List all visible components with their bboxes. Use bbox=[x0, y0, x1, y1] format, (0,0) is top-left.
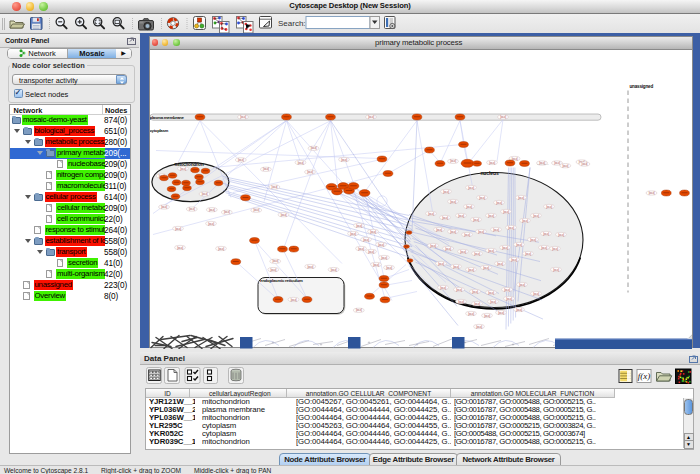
svg-text:[xx-x]: [xx-x] bbox=[175, 226, 181, 230]
svg-text:[xx-x]: [xx-x] bbox=[498, 310, 504, 314]
svg-text:[xx-x]: [xx-x] bbox=[442, 215, 448, 219]
svg-text:[xx-x]: [xx-x] bbox=[511, 257, 517, 261]
svg-text:[xx-x]: [xx-x] bbox=[368, 249, 374, 253]
svg-text:[xx-x]: [xx-x] bbox=[516, 307, 522, 311]
svg-text:[xx-x]: [xx-x] bbox=[474, 251, 480, 255]
svg-text:[xx-x]: [xx-x] bbox=[582, 162, 588, 166]
svg-text:[xx-x]: [xx-x] bbox=[263, 167, 269, 171]
svg-text:[xx-x]: [xx-x] bbox=[558, 232, 564, 236]
svg-text:[xx-x]: [xx-x] bbox=[458, 213, 464, 217]
svg-text:[xx-x]: [xx-x] bbox=[350, 231, 356, 235]
svg-text:[xx-x]: [xx-x] bbox=[490, 299, 496, 303]
svg-text:[xx-x]: [xx-x] bbox=[370, 229, 376, 233]
svg-text:[xx-x]: [xx-x] bbox=[161, 205, 167, 209]
svg-text:[xx-x]: [xx-x] bbox=[506, 296, 512, 300]
svg-text:[xx-x]: [xx-x] bbox=[368, 115, 374, 119]
svg-text:[xx-x]: [xx-x] bbox=[177, 245, 183, 249]
svg-text:[xx-x]: [xx-x] bbox=[519, 282, 525, 286]
svg-text:[xx-x]: [xx-x] bbox=[341, 157, 347, 161]
svg-text:[xx-x]: [xx-x] bbox=[468, 267, 474, 271]
svg-text:[xx-x]: [xx-x] bbox=[472, 289, 478, 293]
svg-text:[xx-x]: [xx-x] bbox=[476, 324, 482, 328]
svg-text:[xx-x]: [xx-x] bbox=[450, 229, 456, 233]
svg-text:[xx-x]: [xx-x] bbox=[363, 237, 369, 241]
svg-text:[xx-x]: [xx-x] bbox=[530, 237, 536, 241]
svg-text:[xx-x]: [xx-x] bbox=[554, 161, 560, 165]
svg-text:[xx-x]: [xx-x] bbox=[504, 287, 510, 291]
svg-text:[xx-x]: [xx-x] bbox=[518, 195, 524, 199]
svg-text:--- -- ---- --: --- -- ---- -- bbox=[537, 162, 549, 165]
svg-text:[xx-x]: [xx-x] bbox=[497, 261, 503, 265]
svg-text:endoplasmic reticulum: endoplasmic reticulum bbox=[260, 277, 303, 282]
svg-text:[xx-x]: [xx-x] bbox=[458, 299, 464, 303]
svg-text:[xx-x]: [xx-x] bbox=[307, 170, 313, 174]
svg-text:[xx-x]: [xx-x] bbox=[373, 262, 379, 266]
svg-text:[xx-x]: [xx-x] bbox=[468, 185, 474, 189]
svg-text:[xx-x]: [xx-x] bbox=[189, 207, 195, 211]
svg-text:[xx-x]: [xx-x] bbox=[563, 163, 569, 167]
svg-text:[xx-x]: [xx-x] bbox=[272, 185, 278, 189]
svg-text:[xx-x]: [xx-x] bbox=[541, 245, 547, 249]
svg-text:[xx-x]: [xx-x] bbox=[311, 146, 317, 150]
svg-text:[xx-x]: [xx-x] bbox=[356, 308, 362, 312]
svg-text:[xx-x]: [xx-x] bbox=[502, 245, 508, 249]
svg-text:[xx-x]: [xx-x] bbox=[291, 297, 297, 301]
svg-text:[xx-x]: [xx-x] bbox=[272, 259, 278, 263]
svg-text:[xx-x]: [xx-x] bbox=[453, 264, 459, 268]
svg-text:[xx-x]: [xx-x] bbox=[443, 189, 449, 193]
svg-text:unassigned: unassigned bbox=[630, 83, 654, 88]
svg-text:[xx-x]: [xx-x] bbox=[456, 287, 462, 291]
svg-text:[xx-x]: [xx-x] bbox=[436, 227, 442, 231]
svg-text:[xx-x]: [xx-x] bbox=[208, 221, 214, 225]
svg-text:[xx-x]: [xx-x] bbox=[356, 223, 362, 227]
svg-text:[xx-x]: [xx-x] bbox=[281, 212, 287, 216]
svg-text:[xx-x]: [xx-x] bbox=[438, 261, 444, 265]
svg-text:[xx-x]: [xx-x] bbox=[209, 207, 215, 211]
svg-text:nucleus: nucleus bbox=[480, 170, 499, 176]
svg-text:[xx-x]: [xx-x] bbox=[331, 267, 337, 271]
svg-text:[xx-x]: [xx-x] bbox=[271, 267, 277, 271]
svg-text:[xx-x]: [xx-x] bbox=[649, 191, 655, 195]
svg-text:[xx-x]: [xx-x] bbox=[468, 311, 474, 315]
svg-text:f(x): f(x) bbox=[638, 371, 651, 381]
svg-text:[xx-x]: [xx-x] bbox=[460, 249, 466, 253]
svg-text:[xx-x]: [xx-x] bbox=[240, 115, 246, 119]
svg-text:[xx-x]: [xx-x] bbox=[516, 242, 522, 246]
svg-text:[xx-x]: [xx-x] bbox=[440, 285, 446, 289]
svg-text:[xx-x]: [xx-x] bbox=[473, 217, 479, 221]
svg-text:[xx-x]: [xx-x] bbox=[500, 115, 506, 119]
svg-text:[xx-x]: [xx-x] bbox=[489, 160, 495, 164]
svg-text:[xx-x]: [xx-x] bbox=[464, 232, 470, 236]
svg-text:[xx-x]: [xx-x] bbox=[478, 229, 484, 233]
svg-text:[xx-x]: [xx-x] bbox=[552, 246, 558, 250]
svg-text:[xx-x]: [xx-x] bbox=[381, 255, 387, 259]
svg-text:[xx-x]: [xx-x] bbox=[450, 199, 456, 203]
svg-text:[xx-x]: [xx-x] bbox=[543, 231, 549, 235]
svg-text:[xx-x]: [xx-x] bbox=[218, 246, 224, 250]
svg-text:[xx-x]: [xx-x] bbox=[488, 290, 494, 294]
svg-text:[xx-x]: [xx-x] bbox=[386, 265, 392, 269]
svg-text:[xx-x]: [xx-x] bbox=[466, 204, 472, 208]
svg-text:[xx-x]: [xx-x] bbox=[202, 192, 208, 196]
svg-text:[xx-x]: [xx-x] bbox=[533, 291, 539, 295]
svg-text:[xx-x]: [xx-x] bbox=[479, 195, 485, 199]
svg-text:[xx-x]: [xx-x] bbox=[546, 204, 552, 208]
svg-text:[xx-x]: [xx-x] bbox=[484, 313, 490, 317]
svg-text:[xx-x]: [xx-x] bbox=[474, 301, 480, 305]
svg-text:[xx-x]: [xx-x] bbox=[553, 267, 559, 271]
svg-text:[xx-x]: [xx-x] bbox=[180, 166, 186, 170]
svg-text:[xx-x]: [xx-x] bbox=[512, 156, 518, 160]
svg-text:[xx-x]: [xx-x] bbox=[445, 246, 451, 250]
svg-text:[xx-x]: [xx-x] bbox=[493, 227, 499, 231]
svg-text:[xx-x]: [xx-x] bbox=[525, 251, 531, 255]
svg-text:[xx-x]: [xx-x] bbox=[496, 200, 502, 204]
svg-text:[xx-x]: [xx-x] bbox=[430, 243, 436, 247]
svg-text:plasma membrane: plasma membrane bbox=[150, 114, 184, 119]
svg-text:[xx-x]: [xx-x] bbox=[253, 208, 259, 212]
svg-text:[xx-x]: [xx-x] bbox=[450, 159, 456, 163]
svg-text:[xx-x]: [xx-x] bbox=[508, 225, 514, 229]
svg-text:[xx-x]: [xx-x] bbox=[238, 158, 244, 162]
svg-text:[xx-x]: [xx-x] bbox=[428, 211, 434, 215]
svg-text:[xx-x]: [xx-x] bbox=[358, 246, 364, 250]
svg-text:[xx-x]: [xx-x] bbox=[522, 218, 528, 222]
